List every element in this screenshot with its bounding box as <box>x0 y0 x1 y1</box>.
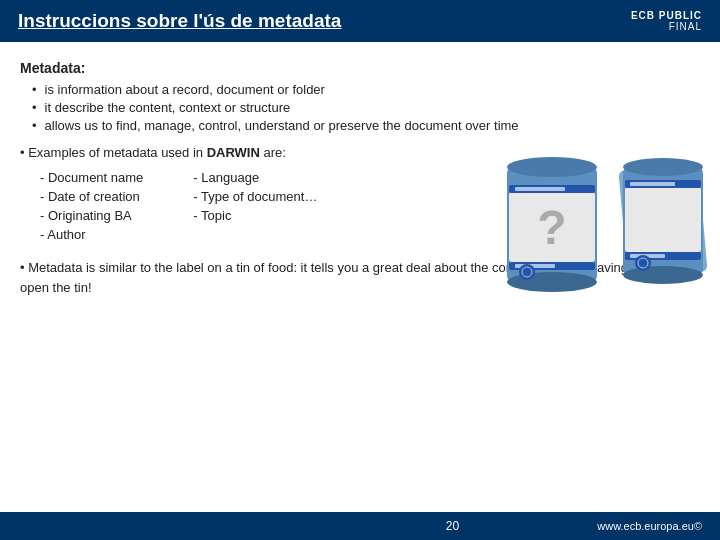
col-list-2: Language Type of document… Topic <box>193 170 317 246</box>
page-title: Instruccions sobre l'ús de metadata <box>18 10 341 32</box>
list-item: allows us to find, manage, control, unde… <box>32 118 700 133</box>
svg-rect-7 <box>515 187 565 191</box>
page-number: 20 <box>308 519 598 533</box>
page-footer: 20 www.ecb.europa.eu© <box>0 512 720 540</box>
svg-rect-15 <box>625 187 701 252</box>
tin-can-left: ? <box>497 142 607 297</box>
list-item: it describe the content, context or stru… <box>32 100 700 115</box>
svg-point-13 <box>623 158 703 176</box>
ecb-badge: ECB PUBLIC FINAL <box>631 10 702 32</box>
svg-rect-17 <box>630 182 675 186</box>
list-item: Document name <box>40 170 143 185</box>
list-item: Language <box>193 170 317 185</box>
svg-point-14 <box>623 266 703 284</box>
closing-bullet: • <box>20 260 28 275</box>
svg-point-20 <box>635 255 651 271</box>
svg-text:?: ? <box>537 201 566 254</box>
darwin-label: DARWIN <box>207 145 260 160</box>
list-item: is information about a record, document … <box>32 82 700 97</box>
examples-intro-end: are: <box>260 145 286 160</box>
metadata-bullets: is information about a record, document … <box>20 82 700 133</box>
main-content: Metadata: is information about a record,… <box>0 42 720 315</box>
metadata-title: Metadata: <box>20 60 700 76</box>
list-item: Topic <box>193 208 317 223</box>
col-list-1: Document name Date of creation Originati… <box>40 170 143 246</box>
list-item: Date of creation <box>40 189 143 204</box>
examples-intro-bullet: • <box>20 145 28 160</box>
svg-point-9 <box>519 264 535 280</box>
list-item: Originating BA <box>40 208 143 223</box>
ecb-badge-line1: ECB PUBLIC <box>631 10 702 21</box>
svg-point-1 <box>507 157 597 177</box>
website-link: www.ecb.europa.eu© <box>597 520 702 532</box>
page-header: Instruccions sobre l'ús de metadata ECB … <box>0 0 720 42</box>
tins-illustration: ? <box>497 142 710 297</box>
tin-can-right <box>615 147 710 287</box>
list-item: Type of document… <box>193 189 317 204</box>
examples-intro-start: Examples of metadata used in <box>28 145 207 160</box>
list-item: Author <box>40 227 143 242</box>
ecb-badge-line2: FINAL <box>669 21 702 32</box>
